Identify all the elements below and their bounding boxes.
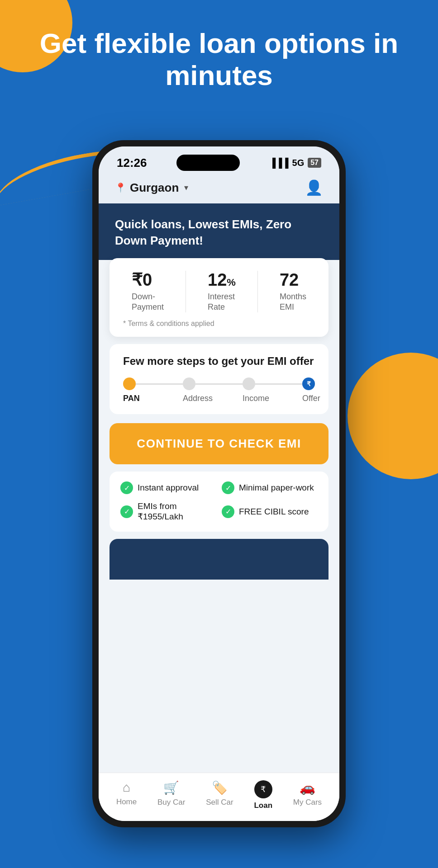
home-icon: ⌂ [123, 780, 130, 795]
stat-divider-2 [257, 271, 258, 313]
terms-text: * Terms & conditions applied [123, 320, 315, 328]
progress-track: ₹ [123, 377, 315, 390]
step-income-dot [243, 377, 255, 390]
nav-item-home[interactable]: ⌂ Home [116, 780, 137, 810]
down-payment-value: ₹0 [132, 271, 164, 290]
step-line-1 [136, 383, 183, 385]
benefit-text-1: Instant approval [138, 483, 199, 493]
step-label-offer: Offer [302, 394, 315, 403]
benefit-text-3: EMIs from ₹1955/Lakh [138, 501, 216, 522]
status-time: 12:26 [117, 156, 147, 170]
nav-label-sell-car: Sell Car [206, 798, 233, 807]
loan-icon: ₹ [254, 780, 272, 798]
step-label-address: Address [183, 394, 195, 403]
nav-item-buy-car[interactable]: 🛒 Buy Car [157, 780, 185, 810]
step-line-3 [255, 383, 302, 385]
step-label-income: Income [243, 394, 255, 403]
loan-stat-months: 72 MonthsEMI [280, 271, 306, 313]
profile-icon[interactable]: 👤 [305, 179, 323, 196]
nav-item-my-cars[interactable]: 🚗 My Cars [293, 780, 322, 810]
location-name[interactable]: Gurgaon [130, 181, 179, 195]
signal-bars-icon: ▐▐▐ [269, 158, 289, 168]
check-icon-1: ✓ [120, 481, 133, 494]
benefit-text-4: FREE CIBIL score [239, 507, 309, 517]
nav-label-home: Home [116, 797, 137, 807]
steps-section: Few more steps to get your EMI offer ₹ P… [110, 344, 328, 414]
nav-label-loan: Loan [254, 801, 272, 810]
battery-icon: 57 [308, 158, 321, 168]
benefit-instant-approval: ✓ Instant approval [120, 481, 216, 494]
interest-rate-label: InterestRate [208, 292, 236, 313]
step-offer-dot: ₹ [302, 377, 315, 390]
chevron-down-icon[interactable]: ▾ [184, 183, 188, 193]
phone-frame: 12:26 ▐▐▐ 5G 57 📍 Gurgaon ▾ 👤 [92, 140, 346, 827]
loan-card: ₹0 Down-Payment 12% InterestRate 72 Mont… [110, 258, 328, 337]
check-icon-3: ✓ [120, 505, 133, 518]
sell-car-icon: 🏷️ [212, 780, 228, 795]
bg-decoration-circle-right [348, 353, 438, 479]
steps-title: Few more steps to get your EMI offer [123, 355, 315, 368]
nav-label-buy-car: Buy Car [157, 798, 185, 807]
step-labels: PAN Address Income Offer [123, 394, 315, 403]
check-icon-2: ✓ [222, 481, 234, 494]
promo-banner-text: Quick loans, Lowest EMIs, Zero Down Paym… [115, 216, 323, 249]
loan-stat-interest: 12% InterestRate [208, 271, 236, 313]
months-value: 72 [280, 271, 306, 290]
promo-banner: Quick loans, Lowest EMIs, Zero Down Paym… [99, 203, 339, 260]
scroll-content: Quick loans, Lowest EMIs, Zero Down Paym… [99, 203, 339, 821]
status-icons: ▐▐▐ 5G 57 [269, 158, 321, 168]
step-line-2 [195, 383, 243, 385]
hero-title: Get flexible loan options in minutes [0, 27, 438, 92]
benefits-section: ✓ Instant approval ✓ Minimal paper-work … [110, 472, 328, 532]
step-address-dot [183, 377, 195, 390]
step-pan-dot [123, 377, 136, 390]
benefit-emi-lakh: ✓ EMIs from ₹1955/Lakh [120, 501, 216, 522]
phone-mockup: 12:26 ▐▐▐ 5G 57 📍 Gurgaon ▾ 👤 [92, 140, 346, 827]
benefits-grid: ✓ Instant approval ✓ Minimal paper-work … [120, 481, 318, 522]
benefit-cibil: ✓ FREE CIBIL score [222, 501, 318, 522]
loan-stats: ₹0 Down-Payment 12% InterestRate 72 Mont… [123, 271, 315, 313]
months-label: MonthsEMI [280, 292, 306, 313]
location-bar: 📍 Gurgaon ▾ 👤 [99, 175, 339, 203]
buy-car-icon: 🛒 [163, 780, 179, 795]
location-pin-icon: 📍 [115, 182, 126, 193]
cta-section: CONTINUE TO CHECK EMI [99, 414, 339, 464]
nav-item-sell-car[interactable]: 🏷️ Sell Car [206, 780, 233, 810]
status-bar: 12:26 ▐▐▐ 5G 57 [99, 146, 339, 175]
down-payment-label: Down-Payment [132, 292, 164, 313]
car-preview [110, 539, 328, 580]
benefit-minimal-paperwork: ✓ Minimal paper-work [222, 481, 318, 494]
benefit-text-2: Minimal paper-work [239, 483, 314, 493]
location-left: 📍 Gurgaon ▾ [115, 181, 188, 195]
loan-stat-down-payment: ₹0 Down-Payment [132, 271, 164, 313]
bottom-nav: ⌂ Home 🛒 Buy Car 🏷️ Sell Car ₹ Loan [99, 773, 339, 821]
status-notch [176, 155, 240, 171]
my-cars-icon: 🚗 [300, 780, 315, 795]
step-label-pan: PAN [123, 394, 136, 403]
check-icon-4: ✓ [222, 505, 234, 518]
nav-item-loan[interactable]: ₹ Loan [254, 780, 272, 810]
nav-label-my-cars: My Cars [293, 798, 322, 807]
interest-rate-value: 12% [208, 271, 236, 290]
phone-screen: 12:26 ▐▐▐ 5G 57 📍 Gurgaon ▾ 👤 [99, 146, 339, 821]
stat-divider-1 [186, 271, 186, 313]
continue-to-check-emi-button[interactable]: CONTINUE TO CHECK EMI [110, 423, 328, 464]
network-type: 5G [292, 158, 305, 168]
